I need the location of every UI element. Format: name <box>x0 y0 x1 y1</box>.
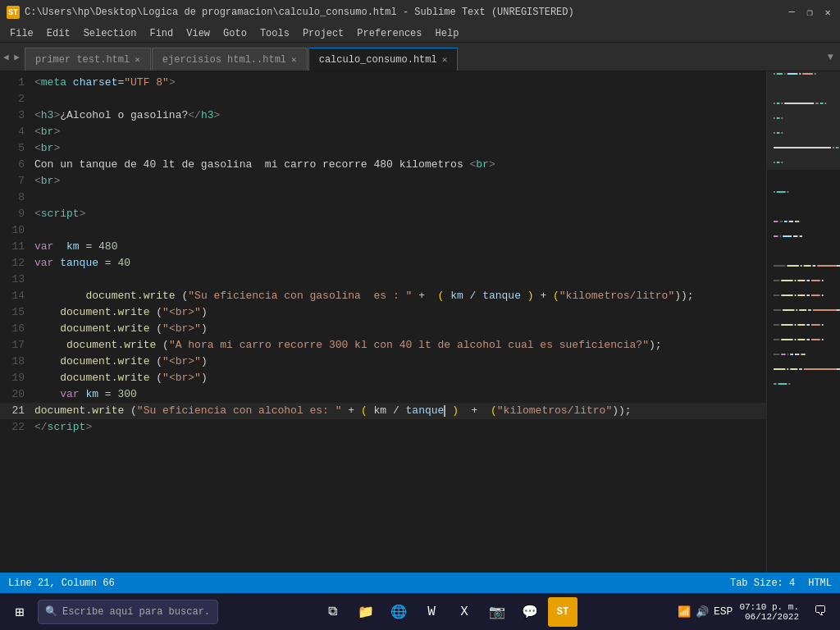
token: document <box>60 355 111 368</box>
menu-file[interactable]: File <box>3 26 40 41</box>
word-button[interactable]: W <box>417 597 446 627</box>
token: + <box>412 290 431 302</box>
menu-selection[interactable]: Selection <box>77 26 144 41</box>
token: km <box>85 388 98 400</box>
minimap-viewport-highlight <box>767 71 840 170</box>
line-content[interactable] <box>34 222 840 239</box>
line-content[interactable] <box>34 272 840 288</box>
line-content[interactable]: <br> <box>34 124 840 140</box>
token: write <box>117 306 149 318</box>
tab-close-icon[interactable]: ✕ <box>442 54 448 65</box>
token: document <box>34 404 85 417</box>
menu-tools[interactable]: Tools <box>253 26 296 41</box>
line-number: 11 <box>0 239 34 255</box>
line-content[interactable]: <br> <box>34 173 840 189</box>
menu-goto[interactable]: Goto <box>217 26 253 41</box>
taskview-button[interactable]: ⧉ <box>318 597 348 627</box>
search-icon: 🔍 <box>45 605 57 618</box>
menu-edit[interactable]: Edit <box>40 26 77 41</box>
maximize-button[interactable]: ❐ <box>804 7 815 18</box>
line-number: 17 <box>0 337 34 354</box>
token: document <box>60 322 111 335</box>
start-button[interactable]: ⊞ <box>5 597 34 627</box>
taskbar-search[interactable]: 🔍 Escribe aquí para buscar. <box>38 600 218 624</box>
window-controls[interactable]: — ❐ ✕ <box>786 7 833 18</box>
line-content[interactable]: <script> <box>34 206 840 222</box>
line-content[interactable]: document.write ("<br>") <box>34 304 840 321</box>
token: br <box>41 142 54 154</box>
line-content[interactable]: var km = 300 <box>34 386 840 403</box>
window-title: C:\Users\hp\Desktop\Logica de programaci… <box>25 7 574 18</box>
token: < <box>34 126 41 138</box>
line-content[interactable]: </script> <box>34 419 840 436</box>
tab-close-icon[interactable]: ✕ <box>291 54 297 65</box>
tab-ejercisios[interactable]: ejercisios html..html ✕ <box>152 48 308 71</box>
line-content[interactable]: <br> <box>34 140 840 157</box>
discord-button[interactable]: 💬 <box>515 597 545 627</box>
token <box>34 306 60 318</box>
token: h3 <box>201 109 214 121</box>
menu-preferences[interactable]: Preferences <box>350 26 428 41</box>
code-line: 3<h3>¿Alcohol o gasolina?</h3> <box>0 107 840 124</box>
tab-overflow-arrow[interactable]: ▼ <box>821 43 840 71</box>
line-number: 19 <box>0 370 34 386</box>
line-content[interactable]: document.write ("Su eficiencia con alcoh… <box>34 403 840 419</box>
lines-area[interactable]: 1<meta charset="UTF 8">23<h3>¿Alcohol o … <box>0 71 840 573</box>
token: + <box>342 404 361 417</box>
notification-button[interactable]: 🗨 <box>806 597 835 627</box>
code-line: 10 <box>0 222 840 239</box>
line-content[interactable]: document.write ("<br>") <box>34 370 840 386</box>
token <box>34 355 60 368</box>
line-number: 7 <box>0 173 34 189</box>
minimize-button[interactable]: — <box>786 7 797 18</box>
close-button[interactable]: ✕ <box>822 7 833 18</box>
syntax-status[interactable]: HTML <box>808 578 832 589</box>
line-number: 14 <box>0 288 34 304</box>
token <box>34 322 60 335</box>
excel-button[interactable]: X <box>450 597 479 627</box>
token: br <box>41 175 54 187</box>
code-line: 6Con un tanque de 40 lt de gasolina mi c… <box>0 157 840 173</box>
code-container: 1<meta charset="UTF 8">23<h3>¿Alcohol o … <box>0 71 840 573</box>
line-content[interactable]: Con un tanque de 40 lt de gasolina mi ca… <box>34 157 840 173</box>
code-line: 4<br> <box>0 124 840 140</box>
line-content[interactable]: var km = 480 <box>34 239 840 255</box>
line-number: 22 <box>0 419 34 436</box>
tab-size-status[interactable]: Tab Size: 4 <box>730 578 795 589</box>
line-number: 4 <box>0 124 34 140</box>
sublime-taskbar-button[interactable]: ST <box>548 597 578 627</box>
code-line: 20 var km = 300 <box>0 386 840 403</box>
line-content[interactable] <box>34 91 840 107</box>
tab-primer-test[interactable]: primer test.html ✕ <box>25 48 151 71</box>
tab-calculo-consumo[interactable]: calculo_consumo.html ✕ <box>308 48 459 71</box>
menu-project[interactable]: Project <box>296 26 350 41</box>
line-content[interactable]: document.write ("<br>") <box>34 354 840 370</box>
line-content[interactable]: document.write ("A hora mi carro recorre… <box>34 337 840 354</box>
title-bar: ST C:\Users\hp\Desktop\Logica de program… <box>0 0 840 25</box>
line-content[interactable]: <meta charset="UTF 8"> <box>34 75 840 91</box>
tab-nav-arrows[interactable]: ◀ ▶ <box>0 43 23 71</box>
tab-close-icon[interactable]: ✕ <box>135 54 140 65</box>
chrome-button[interactable]: 🌐 <box>384 597 413 627</box>
token: tanque <box>60 257 98 269</box>
token: > <box>53 126 60 138</box>
capture-button[interactable]: 📷 <box>482 597 512 627</box>
token: km <box>66 240 80 253</box>
menu-help[interactable]: Help <box>429 26 466 41</box>
token: + <box>534 290 553 302</box>
line-content[interactable]: var tanque = 40 <box>34 255 840 272</box>
line-content[interactable] <box>34 189 840 206</box>
line-column-status[interactable]: Line 21, Column 66 <box>8 578 115 589</box>
token: </ <box>34 421 48 433</box>
token: br <box>41 126 54 138</box>
token: + <box>465 404 491 417</box>
menu-view[interactable]: View <box>180 26 217 41</box>
token: ) <box>201 355 208 368</box>
code-line: 15 document.write ("<br>") <box>0 304 840 321</box>
menu-find[interactable]: Find <box>143 26 180 41</box>
line-content[interactable]: document.write ("Su eficiencia con gasol… <box>34 288 840 304</box>
line-content[interactable]: document.write ("<br>") <box>34 321 840 337</box>
token: "Su eficiencia con gasolina es : " <box>188 290 412 302</box>
line-content[interactable]: <h3>¿Alcohol o gasolina?</h3> <box>34 107 840 124</box>
explorer-button[interactable]: 📁 <box>351 597 381 627</box>
